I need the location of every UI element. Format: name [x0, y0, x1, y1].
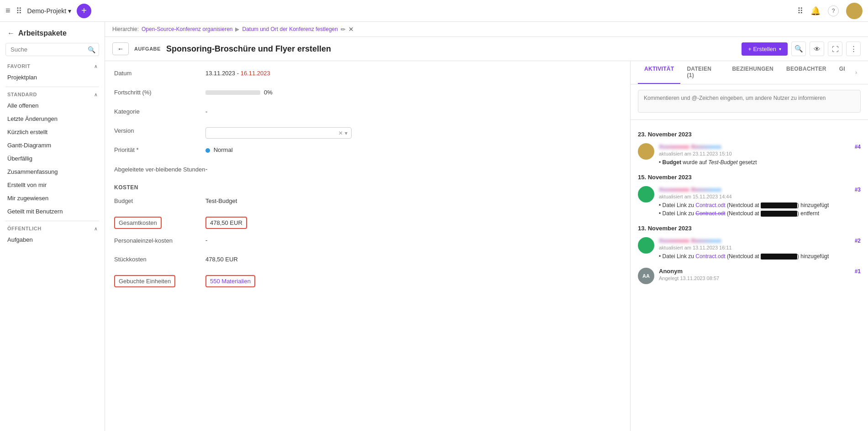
- sidebar-title: ← Arbeitspakete: [0, 27, 105, 43]
- gebuchte-einheiten-value-highlight: 550 Materialien: [205, 275, 255, 287]
- main-content: Hierarchie: Open-Source-Konferenz organi…: [105, 22, 868, 431]
- sidebar-item-gantt[interactable]: Gantt-Diagramm: [0, 139, 105, 152]
- grid-icon[interactable]: ⠿: [16, 6, 22, 16]
- tab-beobachter[interactable]: BEOBACHTER: [780, 61, 833, 84]
- activity-body-3: • Datei Link zu Contract.odt (Nextcloud …: [659, 201, 861, 218]
- task-header-right: + Erstellen ▾ 🔍 👁 ⛶ ⋮: [742, 42, 861, 56]
- tab-beziehungen[interactable]: BEZIEHUNGEN: [726, 61, 780, 84]
- search-action-button[interactable]: 🔍: [791, 42, 806, 56]
- activity-content-3: Xxxxxxxxx Xxxxxxxxx #3 aktualisiert am 1…: [659, 186, 861, 218]
- expand-action-button[interactable]: ⛶: [828, 42, 842, 56]
- oeffentlich-chevron[interactable]: ∧: [94, 226, 98, 231]
- add-button[interactable]: +: [77, 4, 91, 18]
- create-button[interactable]: + Erstellen ▾: [742, 42, 788, 56]
- date-start[interactable]: 13.11.2023: [205, 70, 235, 77]
- field-datum: Datum 13.11.2023 - 16.11.2023: [114, 68, 621, 81]
- grid-apps-icon[interactable]: ⠿: [797, 6, 803, 16]
- user-avatar[interactable]: [846, 3, 863, 19]
- gesamtkosten-value: 478,50 EUR: [210, 219, 242, 226]
- priority-dot: [205, 148, 210, 153]
- activity-timestamp-3: aktualisiert am 15.11.2023 14:44: [659, 194, 861, 199]
- sidebar-back-arrow[interactable]: ←: [7, 29, 15, 37]
- field-gebuchte-einheiten: Gebuchte Einheiten 550 Materialien: [114, 274, 621, 287]
- eye-action-button[interactable]: 👁: [810, 42, 824, 56]
- activity-timestamp-1: Angelegt 13.11.2023 08:57: [659, 275, 861, 281]
- task-detail: Datum 13.11.2023 - 16.11.2023 Fortschrit…: [105, 61, 631, 431]
- sidebar-item-erstellt-von-mir[interactable]: Erstellt von mir: [0, 178, 105, 192]
- app-layout: ← Arbeitspakete 🔍 FAVORIT ∧ Projektplan …: [0, 22, 868, 431]
- field-prioritaet: Priorität * Normal: [114, 145, 621, 158]
- top-nav-right: ⠿ 🔔 ?: [797, 3, 863, 19]
- breadcrumb-close-icon[interactable]: ✕: [348, 26, 354, 33]
- sidebar-item-ueberfaellig[interactable]: Überfällig: [0, 152, 105, 165]
- sidebar-section-standard: STANDARD ∧ Alle offenen Letzte Änderunge…: [0, 90, 105, 218]
- breadcrumb-arrow: ▶: [235, 26, 239, 32]
- project-name[interactable]: Demo-Projekt ▾: [27, 7, 72, 15]
- sidebar-section-favorit: FAVORIT ∧ Projektplan: [0, 62, 105, 84]
- tab-dateien[interactable]: DATEIEN (1): [680, 61, 726, 84]
- sidebar-section-oeffentlich: ÖFFENTLICH ∧ Aufgaben: [0, 224, 105, 246]
- sidebar-item-geteilt[interactable]: Geteilt mit Benutzern: [0, 205, 105, 218]
- stueckkosten-value: 478,50 EUR: [205, 254, 621, 263]
- version-select[interactable]: ✕ ▾: [205, 127, 352, 139]
- task-back-button[interactable]: ←: [112, 42, 129, 55]
- more-action-button[interactable]: ⋮: [846, 42, 861, 56]
- gebuchte-einheiten-value[interactable]: 550 Materialien: [210, 278, 251, 285]
- version-chevron-icon[interactable]: ▾: [345, 130, 347, 136]
- user-name-blurred-3: Xxxxxxxxx Xxxxxxxxx: [659, 186, 721, 193]
- task-type-badge: AUFGABE: [134, 46, 161, 52]
- kategorie-value[interactable]: -: [205, 107, 621, 115]
- version-clear-icon[interactable]: ✕: [338, 130, 343, 136]
- standard-section-header: STANDARD ∧: [0, 90, 105, 99]
- sidebar-item-alle-offenen[interactable]: Alle offenen: [0, 99, 105, 112]
- field-personaleinzelkosten: Personaleinzel-kosten -: [114, 235, 621, 248]
- activity-item-2: Xxxxxxxxx Xxxxxxxxx #2 aktualisiert am 1…: [638, 237, 861, 260]
- breadcrumb-edit-icon[interactable]: ✏: [341, 26, 346, 33]
- favorit-chevron[interactable]: ∧: [94, 64, 98, 69]
- sidebar-item-mir-zugewiesen[interactable]: Mir zugewiesen: [0, 192, 105, 205]
- activity-feed: 23. November 2023 Xxxxxxxxx Xxxxxxxxx #4…: [631, 120, 868, 431]
- field-abgeleitete: Abgeleitete ver-bleibende Stunden -: [114, 164, 621, 177]
- help-icon[interactable]: ?: [828, 5, 839, 16]
- kosten-section-header: KOSTEN: [114, 184, 621, 191]
- user-name-1: Anonym: [659, 268, 683, 275]
- contract-link-3a[interactable]: Contract.odt: [695, 202, 725, 208]
- progress-bar[interactable]: [205, 90, 260, 95]
- date-end[interactable]: 16.11.2023: [241, 70, 270, 77]
- activity-number-2: #2: [855, 238, 861, 244]
- activity-number-3: #3: [855, 187, 861, 193]
- progress-value: 0%: [264, 89, 273, 96]
- activity-content-2: Xxxxxxxxx Xxxxxxxxx #2 aktualisiert am 1…: [659, 237, 861, 260]
- version-input[interactable]: [210, 130, 337, 136]
- sidebar-item-aufgaben[interactable]: Aufgaben: [0, 233, 105, 246]
- hamburger-icon[interactable]: ≡: [5, 6, 11, 16]
- tabs-more-arrow[interactable]: ›: [852, 61, 861, 84]
- sidebar-divider-2: [5, 221, 99, 221]
- favorit-section-header: FAVORIT ∧: [0, 62, 105, 71]
- activity-item-3: Xxxxxxxxx Xxxxxxxxx #3 aktualisiert am 1…: [638, 186, 861, 218]
- activity-body-4: • Budget wurde auf Test-Budget gesetzt: [659, 158, 861, 166]
- activity-timestamp-2: aktualisiert am 13.11.2023 16:11: [659, 245, 861, 250]
- notification-icon[interactable]: 🔔: [810, 6, 821, 16]
- breadcrumb-current-link[interactable]: Datum und Ort der Konferenz festlegen: [242, 26, 337, 32]
- contract-link-2[interactable]: Contract.odt: [695, 253, 725, 260]
- tab-aktivitaet[interactable]: AKTIVITÄT: [638, 61, 680, 84]
- sidebar-item-projektplan[interactable]: Projektplan: [0, 71, 105, 84]
- contract-link-3b[interactable]: Contract.odt: [695, 210, 725, 217]
- activity-number-1: #1: [855, 268, 861, 275]
- search-input[interactable]: [5, 43, 99, 56]
- field-budget: Budget Test-Budget: [114, 196, 621, 209]
- comment-input[interactable]: [638, 90, 861, 113]
- sidebar-item-letzte-aenderungen[interactable]: Letzte Änderungen: [0, 112, 105, 125]
- sidebar-item-kuerzelich-erstellt[interactable]: Kürzlich erstellt: [0, 125, 105, 139]
- activity-date-nov15: 15. November 2023: [638, 174, 861, 181]
- sidebar: ← Arbeitspakete 🔍 FAVORIT ∧ Projektplan …: [0, 22, 105, 431]
- tab-gi[interactable]: GI: [833, 61, 852, 84]
- sidebar-item-zusammenfassung[interactable]: Zusammenfassung: [0, 165, 105, 178]
- standard-chevron[interactable]: ∧: [94, 92, 98, 97]
- priority-value[interactable]: Normal: [214, 146, 233, 153]
- activity-number-4: #4: [855, 144, 861, 150]
- oeffentlich-section-header: ÖFFENTLICH ∧: [0, 224, 105, 233]
- breadcrumb-parent-link[interactable]: Open-Source-Konferenz organisieren: [142, 26, 232, 32]
- field-kategorie: Kategorie -: [114, 107, 621, 119]
